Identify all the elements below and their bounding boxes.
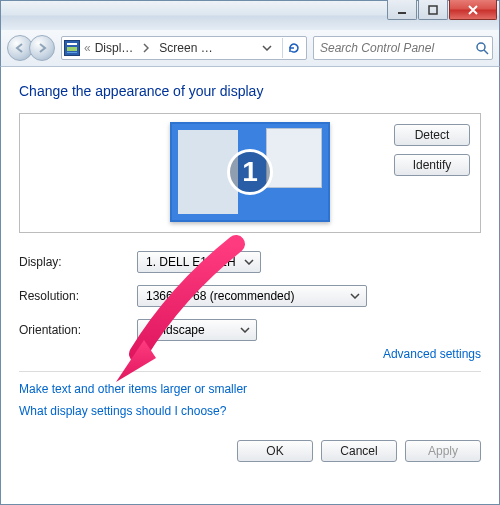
- text-size-link[interactable]: Make text and other items larger or smal…: [19, 382, 481, 396]
- toolbar: « Displ… Screen …: [0, 30, 500, 66]
- address-bar[interactable]: « Displ… Screen …: [61, 36, 307, 60]
- breadcrumb-screen[interactable]: Screen …: [159, 41, 212, 55]
- chevron-down-icon: [244, 259, 254, 265]
- breadcrumb-display[interactable]: Displ…: [95, 41, 134, 55]
- orientation-dropdown[interactable]: Landscape: [137, 319, 257, 341]
- monitor-thumb-window: [266, 128, 322, 188]
- maximize-icon: [428, 5, 438, 15]
- ok-button[interactable]: OK: [237, 440, 313, 462]
- search-box[interactable]: [313, 36, 493, 60]
- resolution-label: Resolution:: [19, 289, 129, 303]
- minimize-icon: [397, 5, 407, 15]
- svg-line-3: [484, 50, 488, 54]
- display-dropdown[interactable]: 1. DELL E1912H: [137, 251, 261, 273]
- minimize-button[interactable]: [387, 0, 417, 20]
- settings-form: Display: 1. DELL E1912H Resolution: 1366…: [19, 251, 481, 341]
- advanced-settings-link[interactable]: Advanced settings: [383, 347, 481, 361]
- identify-button[interactable]: Identify: [394, 154, 470, 176]
- svg-rect-1: [429, 6, 437, 14]
- search-icon: [473, 41, 491, 55]
- crumb-sep-start: «: [84, 41, 91, 55]
- window-titlebar: [0, 0, 500, 30]
- refresh-icon: [287, 41, 301, 55]
- dialog-buttons: OK Cancel Apply: [19, 440, 481, 462]
- chevron-down-icon: [240, 327, 250, 333]
- monitor-number-badge: 1: [227, 149, 273, 195]
- nav-buttons: [7, 35, 55, 61]
- help-link[interactable]: What display settings should I choose?: [19, 404, 481, 418]
- page-title: Change the appearance of your display: [19, 83, 481, 99]
- forward-arrow-icon: [36, 42, 48, 54]
- orientation-label: Orientation:: [19, 323, 129, 337]
- crumb-chevron-1[interactable]: [137, 43, 155, 53]
- search-input[interactable]: [318, 40, 473, 56]
- orientation-value: Landscape: [146, 323, 205, 337]
- apply-button[interactable]: Apply: [405, 440, 481, 462]
- forward-button[interactable]: [29, 35, 55, 61]
- display-preview: 1 Detect Identify: [19, 113, 481, 233]
- display-value: 1. DELL E1912H: [146, 255, 236, 269]
- client-area: Change the appearance of your display 1 …: [0, 66, 500, 505]
- svg-rect-0: [398, 12, 406, 14]
- address-dropdown[interactable]: [256, 45, 278, 51]
- back-arrow-icon: [14, 42, 26, 54]
- monitor-thumbnail[interactable]: 1: [170, 122, 330, 222]
- control-panel-icon: [64, 40, 80, 56]
- cancel-button[interactable]: Cancel: [321, 440, 397, 462]
- close-icon: [467, 4, 479, 16]
- maximize-button[interactable]: [418, 0, 448, 20]
- chevron-down-icon: [350, 293, 360, 299]
- display-label: Display:: [19, 255, 129, 269]
- chevron-down-icon: [262, 45, 272, 51]
- separator: [19, 371, 481, 372]
- resolution-dropdown[interactable]: 1366 × 768 (recommended): [137, 285, 367, 307]
- svg-point-2: [477, 43, 485, 51]
- detect-button[interactable]: Detect: [394, 124, 470, 146]
- chevron-right-icon: [143, 43, 149, 53]
- refresh-button[interactable]: [282, 38, 304, 58]
- resolution-value: 1366 × 768 (recommended): [146, 289, 294, 303]
- close-button[interactable]: [449, 0, 497, 20]
